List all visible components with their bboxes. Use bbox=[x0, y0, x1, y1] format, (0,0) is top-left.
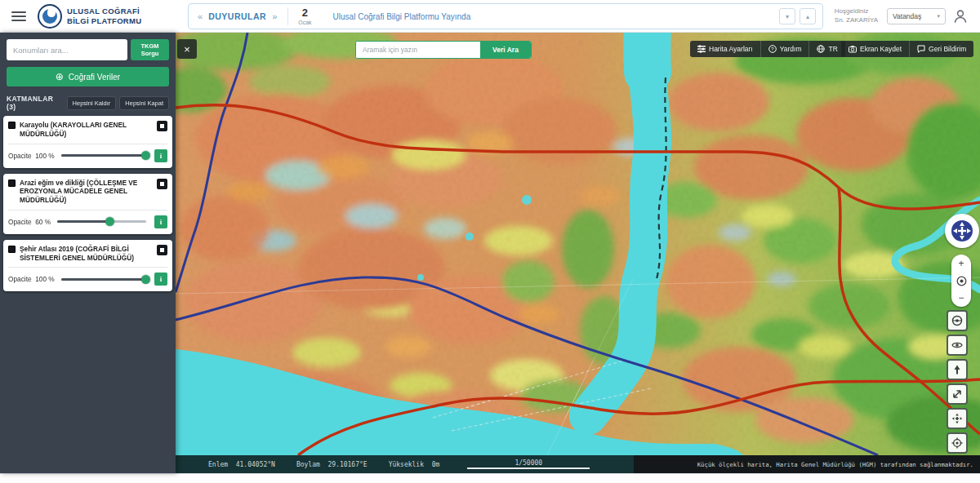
tkgm-query-button[interactable]: TKGM Sorgu bbox=[131, 39, 169, 60]
layer-info-button[interactable]: i bbox=[154, 149, 167, 162]
top-header: ULUSAL COĞRAFİ BİLGİ PLATFORMU « DUYURUL… bbox=[0, 0, 980, 33]
geographic-data-button[interactable]: ⊕ Coğrafi Veriler bbox=[7, 67, 169, 86]
close-all-button[interactable]: Hepsini Kapat bbox=[119, 96, 169, 110]
screenshot-label: Ekran Kaydet bbox=[860, 45, 902, 53]
layer-card: Şehir Atlası 2019 (COĞRAFİ BİLGİ SİSTEML… bbox=[3, 240, 172, 292]
locate-button[interactable] bbox=[947, 432, 968, 454]
compass-control[interactable] bbox=[945, 214, 979, 248]
location-search-input[interactable] bbox=[7, 39, 127, 60]
latitude-label: Enlem bbox=[208, 461, 228, 468]
feedback-button[interactable]: Geri Bildirim bbox=[909, 41, 973, 57]
basemap-button[interactable] bbox=[947, 310, 968, 331]
move-arrows-icon bbox=[951, 413, 963, 424]
fullscreen-button[interactable] bbox=[947, 383, 968, 405]
opacity-word: Opacite bbox=[8, 152, 32, 160]
scale-bar bbox=[467, 467, 590, 469]
scale-value: 1/50000 bbox=[514, 459, 542, 467]
brand-title: ULUSAL COĞRAFİ BİLGİ PLATFORMU bbox=[67, 7, 141, 26]
latitude-value: 41.04052°N bbox=[236, 461, 275, 468]
platform-logo bbox=[38, 4, 62, 29]
announce-next-icon[interactable]: » bbox=[270, 11, 279, 21]
bottom-strip bbox=[0, 473, 980, 483]
layer-checkbox[interactable] bbox=[8, 122, 16, 129]
layer-card: Arazi eğim ve dikliği (ÇÖLLEŞME VE EROZY… bbox=[3, 174, 172, 234]
layer-info-button[interactable]: i bbox=[154, 273, 167, 286]
announcements-label: DUYURULAR bbox=[208, 11, 266, 21]
attribution-text: Küçük ölçekli harita, Harita Genel Müdür… bbox=[697, 461, 973, 468]
help-button[interactable]: ? Yardım bbox=[760, 41, 809, 57]
layer-title: Arazi eğim ve dikliği (ÇÖLLEŞME VE EROZY… bbox=[20, 179, 153, 205]
opacity-slider[interactable] bbox=[57, 220, 146, 223]
tkgm-line1: TKGM bbox=[131, 42, 169, 50]
tkgm-line2: Sorgu bbox=[131, 50, 169, 57]
welcome-line1: Hoşgeldiniz bbox=[835, 7, 878, 16]
opacity-slider[interactable] bbox=[61, 154, 146, 157]
camera-icon bbox=[849, 45, 857, 53]
announcement-link[interactable]: Ulusal Coğrafi Bilgi Platformu Yayında bbox=[333, 12, 471, 21]
home-globe-icon[interactable] bbox=[956, 276, 967, 286]
longitude-label: Boylam bbox=[296, 461, 320, 468]
zoom-in-button[interactable]: + bbox=[954, 257, 969, 270]
layer-checkbox[interactable] bbox=[8, 246, 16, 253]
layer-options-button[interactable] bbox=[157, 179, 167, 189]
chevron-down-icon: ▾ bbox=[937, 13, 940, 20]
zoom-control: + − bbox=[951, 255, 971, 307]
announcement-up-button[interactable]: ▴ bbox=[800, 8, 816, 24]
language-button[interactable]: TR bbox=[808, 41, 844, 57]
disc-globe-icon bbox=[951, 315, 963, 326]
map-settings-button[interactable]: Harita Ayarları bbox=[690, 41, 760, 57]
hamburger-menu-icon[interactable] bbox=[11, 11, 26, 21]
welcome-line2: Sn. ZAKARİYA bbox=[835, 16, 878, 24]
zoom-out-button[interactable]: − bbox=[954, 291, 969, 304]
map-canvas[interactable]: × Veri Ara Harita Ayarları ? Yardım bbox=[176, 33, 980, 455]
altitude-readout: Yükseklik 0m bbox=[389, 461, 440, 468]
opacity-slider[interactable] bbox=[61, 278, 146, 281]
map-actions-toolbar: Ekran Kaydet Geri Bildirim bbox=[841, 41, 973, 57]
announce-prev-icon[interactable]: « bbox=[195, 11, 205, 21]
geographic-data-label: Coğrafi Veriler bbox=[69, 73, 120, 82]
screenshot-button[interactable]: Ekran Kaydet bbox=[841, 41, 909, 57]
map-column: × Veri Ara Harita Ayarları ? Yardım bbox=[176, 33, 980, 473]
north-arrow-button[interactable] bbox=[947, 359, 968, 380]
compass-icon bbox=[948, 217, 976, 245]
role-selected-value: Vatandaş bbox=[893, 12, 921, 20]
layer-options-button[interactable] bbox=[157, 245, 167, 255]
announcements-bar: « DUYURULAR » 2 Ocak Ulusal Coğrafi Bilg… bbox=[188, 3, 823, 29]
help-label: Yardım bbox=[780, 45, 802, 53]
brand-line2: BİLGİ PLATFORMU bbox=[67, 16, 141, 26]
globe-icon bbox=[817, 45, 825, 53]
announcement-day: 2 bbox=[298, 7, 311, 18]
map-search-button[interactable]: Veri Ara bbox=[480, 42, 531, 58]
announcement-down-button[interactable]: ▾ bbox=[779, 8, 795, 24]
chat-bubble-icon bbox=[917, 45, 925, 53]
opacity-value: 60 % bbox=[35, 218, 51, 226]
welcome-text: Hoşgeldiniz Sn. ZAKARİYA bbox=[835, 7, 878, 24]
role-select[interactable]: Vatandaş ▾ bbox=[887, 8, 946, 24]
layer-checkbox[interactable] bbox=[8, 179, 16, 187]
announcement-date: 2 Ocak bbox=[287, 7, 321, 25]
layer-title: Şehir Atlası 2019 (COĞRAFİ BİLGİ SİSTEML… bbox=[20, 245, 153, 263]
longitude-readout: Boylam 29.10167°E bbox=[296, 461, 368, 468]
diagonal-arrow-icon bbox=[951, 388, 963, 400]
remove-all-button[interactable]: Hepsini Kaldır bbox=[67, 96, 117, 110]
sliders-icon bbox=[697, 45, 706, 53]
eye-icon bbox=[951, 339, 963, 351]
feedback-label: Geri Bildirim bbox=[929, 45, 966, 53]
layer-info-button[interactable]: i bbox=[154, 215, 167, 228]
announcement-month: Ocak bbox=[298, 20, 311, 25]
layer-options-button[interactable] bbox=[157, 121, 167, 131]
map-search-input[interactable] bbox=[356, 42, 480, 58]
altitude-label: Yükseklik bbox=[389, 461, 424, 468]
map-settings-toolbar: Harita Ayarları ? Yardım TR bbox=[690, 41, 845, 57]
question-icon: ? bbox=[768, 45, 777, 53]
user-icon[interactable] bbox=[952, 8, 969, 24]
altitude-value: 0m bbox=[432, 461, 440, 468]
opacity-label: Opacite 60 % bbox=[8, 218, 51, 226]
layers-sidebar: TKGM Sorgu ⊕ Coğrafi Veriler KATMANLAR (… bbox=[0, 33, 176, 473]
longitude-value: 29.10167°E bbox=[327, 461, 367, 468]
pan-button[interactable] bbox=[947, 408, 968, 429]
view-history-button[interactable] bbox=[947, 335, 968, 356]
brand-line1: ULUSAL COĞRAFİ bbox=[67, 7, 141, 16]
latitude-readout: Enlem 41.04052°N bbox=[208, 461, 275, 468]
close-sidebar-button[interactable]: × bbox=[177, 39, 197, 59]
